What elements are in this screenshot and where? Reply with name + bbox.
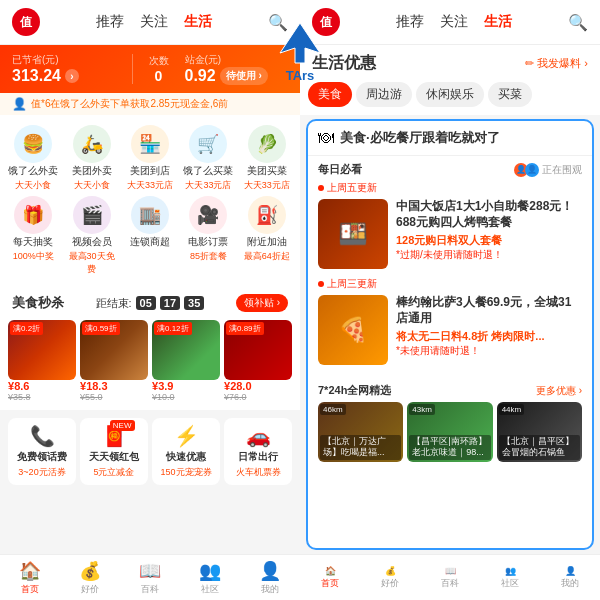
lottery-sub: 100%中奖 — [13, 250, 54, 263]
icon-item-lottery[interactable]: 🎁 每天抽奖 100%中奖 — [6, 196, 60, 276]
card-title: 美食·必吃餐厅跟着吃就对了 — [340, 129, 500, 147]
left-panel: 值 推荐 关注 生活 🔍 已节省(元) 313.24 › 次数 0 — [0, 0, 300, 600]
deal-icon: 💰 — [79, 560, 101, 582]
eleme-icon: 🍔 — [22, 133, 44, 155]
featured-img-2[interactable]: 44km 【北京｜昌平区】会冒烟的石锅鱼 — [497, 402, 582, 462]
food-item-3[interactable]: 满0.89折 ¥28.0 ¥76.0 — [224, 320, 292, 402]
icon-item-video[interactable]: 🎬 视频会员 最高30天免费 — [64, 196, 118, 276]
mtveg-icon: 🥬 — [256, 133, 278, 155]
food-img-2: 满0.12折 — [152, 320, 220, 380]
featured-dist-2: 44km — [499, 404, 525, 415]
left-nav-community[interactable]: 👥 社区 — [180, 560, 240, 596]
promo-travel[interactable]: 🚗 日常出行 火车机票券 — [224, 418, 292, 485]
countdown-hours: 05 — [136, 296, 156, 310]
food-entry-2[interactable]: 🍕 棒约翰比萨3人餐69.9元，全城31店通用 将太无二日料4.8折 烤肉限时.… — [318, 295, 582, 365]
featured-img-0[interactable]: 46km 【北京｜万达广场】吃喝是福... — [318, 402, 403, 462]
icon-item-eleme[interactable]: 🍔 饿了么外卖 大天小食 — [6, 125, 60, 192]
icon-item-supermarket[interactable]: 🏬 连锁商超 — [123, 196, 177, 276]
food-item-0[interactable]: 满0.2折 ¥8.6 ¥35.8 — [8, 320, 76, 402]
tab-grocery[interactable]: 买菜 — [488, 82, 532, 107]
tab-food[interactable]: 美食 — [308, 82, 352, 107]
contribute-btn[interactable]: ✏ 我发爆料 › — [525, 56, 588, 71]
food-old-1: ¥55.0 — [80, 392, 148, 402]
food-item-1[interactable]: 满0.59折 ¥18.3 ¥55.0 — [80, 320, 148, 402]
icon-item-meituan-shop[interactable]: 🏪 美团到店 大天33元店 — [123, 125, 177, 192]
right-nav-community[interactable]: 👥 社区 — [480, 566, 540, 590]
gold-value: 0.92 待使用 › — [185, 67, 289, 85]
right-community-icon: 👥 — [505, 566, 516, 576]
promo-phone[interactable]: 📞 免费领话费 3~20元活券 — [8, 418, 76, 485]
right-nav-life[interactable]: 生活 — [484, 13, 512, 31]
promo-red-sub: 5元立减金 — [93, 466, 134, 479]
flash-sale-btn[interactable]: 领补贴 › — [236, 294, 288, 312]
food-entry-1[interactable]: 🍱 中国大饭店1大1小自助餐288元！688元购四人烤鸭套餐 128元购日料双人… — [318, 199, 582, 269]
left-nav-mine[interactable]: 👤 我的 — [240, 560, 300, 596]
card-header: 🍽 美食·必吃餐厅跟着吃就对了 — [308, 121, 592, 156]
right-nav-deal[interactable]: 💰 好价 — [360, 566, 420, 590]
icon-item-eleme-veg[interactable]: 🛒 饿了么买菜 大天33元店 — [181, 125, 235, 192]
left-bottom-nav: 🏠 首页 💰 好价 📖 百科 👥 社区 👤 我的 — [0, 554, 300, 600]
more-btn[interactable]: 更多优惠 › — [536, 384, 582, 398]
icon-item-movie[interactable]: 🎥 电影订票 85折套餐 — [181, 196, 235, 276]
right-nav-home[interactable]: 🏠 首页 — [300, 566, 360, 590]
food-item-2[interactable]: 满0.12折 ¥3.9 ¥10.0 — [152, 320, 220, 402]
featured-title: 7*24h全网精选 — [318, 383, 391, 398]
dot-1 — [318, 185, 324, 191]
tab-nearby[interactable]: 周边游 — [356, 82, 412, 107]
promo-phone-label: 免费领话费 — [17, 450, 67, 464]
right-panel: 值 推荐 关注 生活 🔍 生活优惠 ✏ 我发爆料 › 美食 周边游 休闲娱乐 买… — [300, 0, 600, 600]
left-nav-deal[interactable]: 💰 好价 — [60, 560, 120, 596]
right-nav-follow[interactable]: 关注 — [440, 13, 468, 31]
right-nav: 推荐 关注 生活 — [396, 13, 512, 31]
cashback-row: 👤 值*6在饿了么外卖下单获取2.85元现金金,6前 — [0, 93, 300, 115]
movie-sub: 85折套餐 — [190, 250, 227, 263]
update-badge-2: 上周三更新 — [318, 277, 582, 291]
nav-item-recommend[interactable]: 推荐 — [96, 13, 124, 31]
countdown-minutes: 17 — [160, 296, 180, 310]
right-header: 值 推荐 关注 生活 🔍 — [300, 0, 600, 45]
icon-item-meituan-veg[interactable]: 🥬 美团买菜 大天33元店 — [240, 125, 294, 192]
right-nav-recommend[interactable]: 推荐 — [396, 13, 424, 31]
left-nav-wiki[interactable]: 📖 百科 — [120, 560, 180, 596]
right-nav-wiki[interactable]: 📖 百科 — [420, 566, 480, 590]
featured-imgs: 46km 【北京｜万达广场】吃喝是福... 43km 【昌平区|南环路】老北京味… — [308, 402, 592, 470]
right-nav-mine[interactable]: 👤 我的 — [540, 566, 600, 590]
phone-icon: 📞 — [30, 424, 55, 448]
promo-quick[interactable]: ⚡ 快速优惠 150元宠宠券 — [152, 418, 220, 485]
food-entry-img-2: 🍕 — [318, 295, 388, 365]
veg-icon: 🛒 — [197, 133, 219, 155]
red-banner: 已节省(元) 313.24 › 次数 0 站金(元) 0.92 待使用 › — [0, 45, 300, 93]
saved-arrow[interactable]: › — [65, 69, 79, 83]
tab-leisure[interactable]: 休闲娱乐 — [416, 82, 484, 107]
left-nav-home[interactable]: 🏠 首页 — [0, 560, 60, 596]
icon-item-meituan[interactable]: 🛵 美团外卖 大天小食 — [64, 125, 118, 192]
icon-grid: 🍔 饿了么外卖 大天小食 🛵 美团外卖 大天小食 🏪 美团到店 大天33元店 🛒… — [0, 115, 300, 286]
supermarket-label: 连锁商超 — [130, 236, 170, 248]
nav-item-follow[interactable]: 关注 — [140, 13, 168, 31]
viewing-text: 正在围观 — [542, 163, 582, 177]
featured-label-1: 【昌平区|南环路】老北京味道｜98... — [409, 435, 490, 460]
eleme-sub: 大天小食 — [15, 179, 51, 192]
quick-icon: ⚡ — [174, 424, 199, 448]
featured-dist-0: 46km — [320, 404, 346, 415]
countdown-seconds: 35 — [184, 296, 204, 310]
promo-red[interactable]: 🧧 NEW 天天领红包 5元立减金 — [80, 418, 148, 485]
nav-item-life[interactable]: 生活 — [184, 13, 212, 31]
right-wiki-icon: 📖 — [445, 566, 456, 576]
saved-label: 已节省(元) — [12, 53, 116, 67]
featured-img-1[interactable]: 43km 【昌平区|南环路】老北京味道｜98... — [407, 402, 492, 462]
promo-travel-sub: 火车机票券 — [236, 466, 281, 479]
right-search-icon[interactable]: 🔍 — [568, 13, 588, 32]
food-entry-info-2: 棒约翰比萨3人餐69.9元，全城31店通用 将太无二日料4.8折 烤肉限时...… — [396, 295, 582, 365]
right-mine-icon: 👤 — [565, 566, 576, 576]
saved-value[interactable]: 313.24 › — [12, 67, 116, 85]
gold-btn[interactable]: 待使用 › — [220, 67, 268, 85]
gas-icon: ⛽ — [256, 204, 278, 226]
icon-item-gas[interactable]: ⛽ 附近加油 最高64折起 — [240, 196, 294, 276]
food-img-1: 满0.59折 — [80, 320, 148, 380]
food-entry-sub-2: 将太无二日料4.8折 烤肉限时... — [396, 329, 582, 344]
search-icon[interactable]: 🔍 — [268, 13, 288, 32]
left-logo: 值 — [12, 8, 40, 36]
veg-sub: 大天33元店 — [185, 179, 231, 192]
meituan-label: 美团外卖 — [72, 165, 112, 177]
